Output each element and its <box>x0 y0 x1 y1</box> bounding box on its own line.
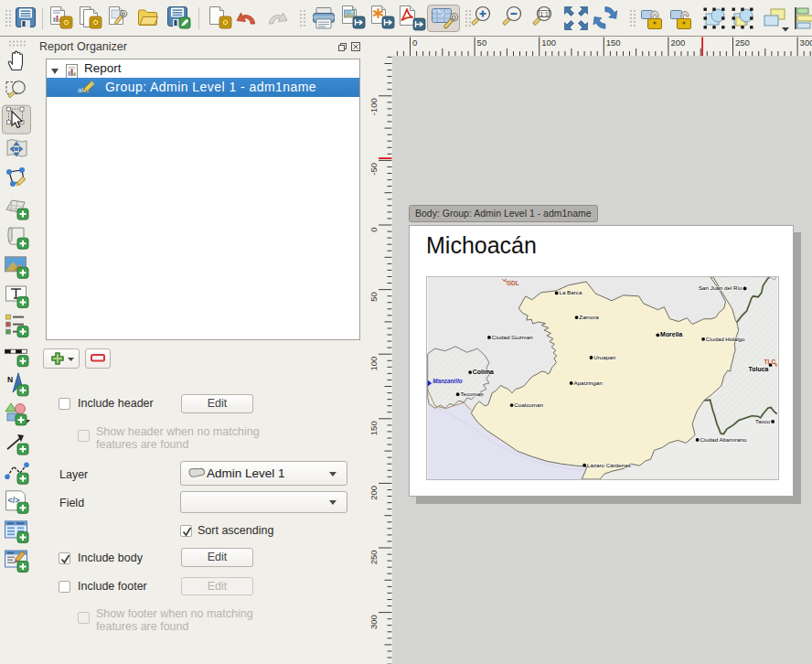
svg-text:Ciudad Hidalgo: Ciudad Hidalgo <box>706 336 745 342</box>
svg-text:Morelia: Morelia <box>660 331 682 337</box>
svg-text:Coalcoman: Coalcoman <box>514 402 543 408</box>
svg-text:Toluca: Toluca <box>749 366 769 372</box>
svg-text:Ciudad Altamirano: Ciudad Altamirano <box>700 436 746 443</box>
svg-text:Colima: Colima <box>473 369 494 375</box>
svg-text:TLC: TLC <box>764 359 775 365</box>
svg-text:150: 150 <box>606 37 621 48</box>
svg-text:250: 250 <box>735 37 750 48</box>
svg-text:Zamora: Zamora <box>579 314 599 320</box>
svg-text:200: 200 <box>670 37 685 48</box>
svg-text:Apatzingán: Apatzingán <box>573 380 603 386</box>
svg-text:Taxco: Taxco <box>755 418 771 424</box>
svg-text:50: 50 <box>477 37 487 48</box>
svg-text:GDL: GDL <box>507 280 519 286</box>
svg-text:Lázaro Cárdenas: Lázaro Cárdenas <box>587 462 631 468</box>
svg-text:Tecoman: Tecoman <box>460 391 484 397</box>
svg-text:Manzanillo: Manzanillo <box>433 378 462 384</box>
svg-text:Uruapan: Uruapan <box>593 354 615 360</box>
svg-text:La Barca: La Barca <box>559 289 582 295</box>
svg-text:100: 100 <box>541 37 556 48</box>
svg-text:Ciudad Guzman: Ciudad Guzman <box>492 334 534 340</box>
svg-text:300: 300 <box>800 37 812 48</box>
svg-text:San Juan del Río: San Juan del Río <box>699 284 743 291</box>
svg-text:0: 0 <box>412 37 417 48</box>
